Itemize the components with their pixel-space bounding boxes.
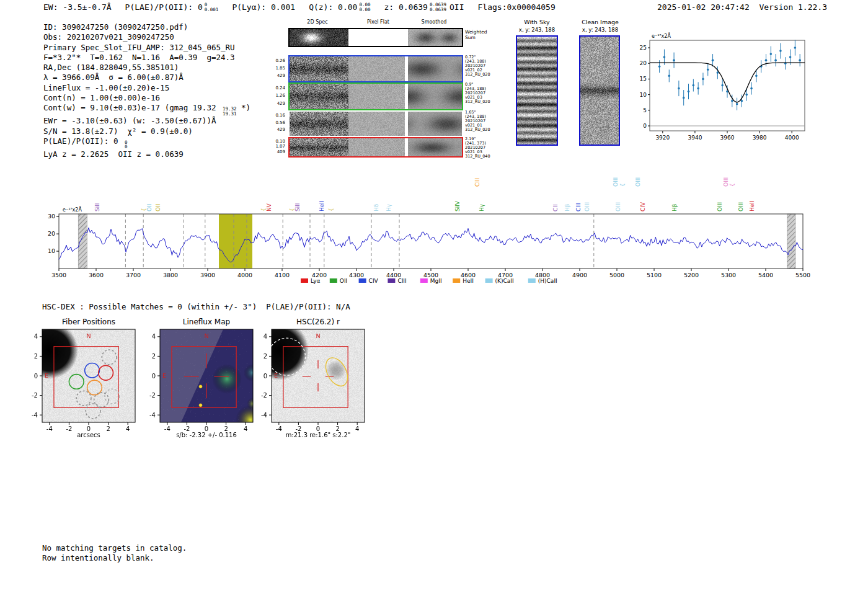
axis-label: 5400 [758,272,773,278]
axis-label: -2 [149,392,156,399]
spec2d-image [290,29,348,46]
smoothed-image [408,138,462,156]
axis-label: 2 [34,353,38,360]
fiber-circle [76,391,91,406]
data-point [688,91,690,93]
axis-label: 5000 [609,272,624,278]
data-point [658,65,661,68]
axis-label: 25 [640,45,647,51]
north-marker: N [204,332,208,339]
spectral-line-label: SiII [294,203,301,211]
panel-frame [42,329,135,422]
axis-label: 10 [48,247,55,254]
data-point [663,56,666,58]
spectral-line-label: { [619,183,626,187]
legend-swatch [359,278,366,283]
lineflux-map-overlay: -4-4-2-2002244NE [136,323,267,438]
z-value: z: 0.0639 0.06390.0639 OII [384,2,464,12]
zoom-units-label: e⁻¹⁷x2Å [652,32,671,39]
col-title-smoothed: Smoothed [409,19,459,25]
axis-label: 4000 [785,135,799,141]
legend-swatch [420,278,428,283]
stack-lo: 19.31 [223,112,237,117]
north-marker: N [86,332,91,339]
axis-label: 5300 [721,272,736,278]
spectral-line-label: OIII [584,202,590,211]
info-line: Primary Spec_Slot_IFU_AMP: 312_045_065_R… [43,43,250,53]
catalog-match-summary: HSC-DEX : Possible Matches = 0 (within +… [42,302,350,311]
data-point [707,68,709,71]
info-stacked-value: 19.3219.31 [223,107,237,116]
spectral-line-label: OII [155,204,161,211]
stack-lo: 0 [125,144,128,149]
data-point [770,53,773,55]
legend-label: OII [340,278,347,284]
spectrum-units-label: e⁻¹⁷x2Å [63,206,82,213]
legend-label: (H)CaII [538,278,557,284]
scale-value: 0.56 [267,120,285,127]
axis-label: 2 [152,353,156,360]
clean-image-frame [579,35,620,146]
pixelflat-image [348,84,405,109]
data-point [712,59,714,61]
axis-label: 4100 [275,272,290,278]
pixelflat-image [348,138,405,156]
axis-label: 3960 [720,135,735,141]
pixelflat-image [348,112,405,136]
spectral-line-label: OIII [613,177,619,187]
spec2d-image [290,112,348,136]
spec2d-image [290,84,348,109]
axis-label: -4 [261,412,267,419]
east-marker: E [45,372,48,379]
axis-label: 15 [640,76,647,82]
z-line-id: OII [450,2,464,12]
spectral-line-label: Hβ [564,203,570,211]
info-line: Obs: 20210207v021_3090247250 [43,32,250,42]
axis-label: 10 [640,92,647,98]
data-point [702,78,704,81]
target-line-highlight [219,214,252,269]
star-marker [199,385,202,388]
data-point [755,75,758,78]
data-point [745,94,748,96]
axis-label: 20 [48,230,55,237]
emission-line-zoom-plot: 051015202539203940396039804000e⁻¹⁷x2Å [632,28,825,146]
axis-label: 0 [643,123,647,129]
withsky-title: With Sky [508,19,565,25]
axis-label: 0 [34,373,38,380]
clean-xy: x, y: 243, 188 [572,27,629,33]
east-marker: E [162,372,166,379]
axis-label: 4300 [349,272,364,278]
fiber-circle [85,363,100,378]
spec2d-row-scale-labels: 0.261.85429 [267,57,285,79]
data-point [736,103,738,105]
spectral-line-label: HeII [749,200,755,211]
hsc-r-band-overlay: -4-4-2-2002244NE [248,323,378,438]
info-line: RA,Dec (184.828049,55.385101) [43,63,250,73]
spectral-line-label: CIV [640,202,646,211]
spectral-line-label: { [328,208,334,211]
axis-label: 30 [48,213,55,220]
axis-label: 5200 [684,272,699,278]
extraction-dashed-circle [268,338,305,375]
data-point [717,72,719,74]
timestamp-version: 2025-01-02 20:47:42 Version 1.22.3 [657,2,827,12]
spectral-line-label: { [729,183,735,187]
scale-value: 1.85 [267,64,285,72]
report-header: EW: -3.5±-0.7Å P(LAE)/P(OII): 0 00.001 P… [43,2,556,12]
star-marker [199,404,202,407]
axis-label: 4000 [237,272,252,278]
spectral-line-label: Hγ [386,203,392,211]
spec2d-row-scale-labels: 0.160.56429 [267,112,285,134]
spectrum-frame [59,214,803,269]
spectral-line-label: HeII [319,200,325,211]
info-line: P(LAE)/P(OII): 0 00 [43,136,250,149]
axis-label: -4 [149,412,156,419]
fiber-positions-overlay: -4-4-2-2002244NE [19,323,149,438]
spec2d-row-annotation: 0.72" (243, 188) 20210207 v021_02 312_RU… [465,55,495,77]
axis-label: 0 [264,373,267,380]
smoothed-image [408,112,462,136]
aperture-box [172,347,236,408]
spectral-line-label: OIII [635,177,641,187]
scale-value: 0.26 [267,57,285,64]
